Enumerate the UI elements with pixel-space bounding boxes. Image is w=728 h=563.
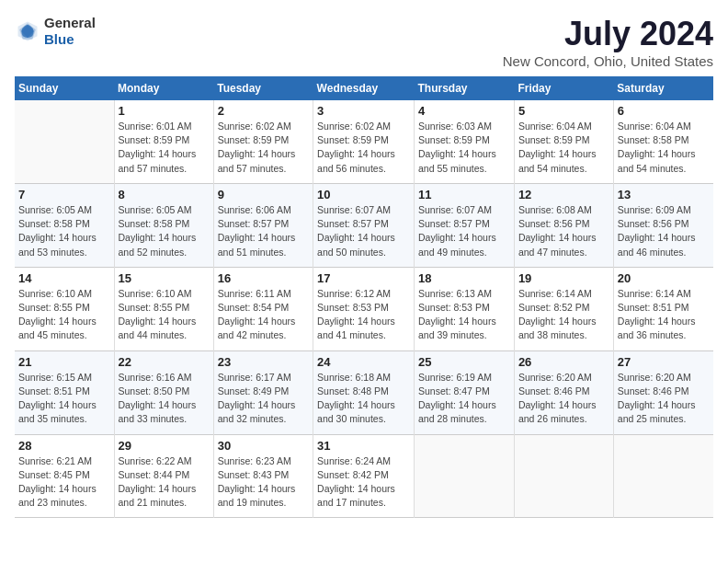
day-number: 1	[119, 104, 210, 118]
header-cell-tuesday: Tuesday	[213, 76, 313, 100]
cell-info: Sunrise: 6:05 AM Sunset: 8:58 PM Dayligh…	[18, 203, 110, 259]
header-cell-friday: Friday	[514, 76, 613, 100]
calendar-cell: 21Sunrise: 6:15 AM Sunset: 8:51 PM Dayli…	[15, 350, 114, 434]
calendar-cell: 23Sunrise: 6:17 AM Sunset: 8:49 PM Dayli…	[213, 350, 313, 434]
day-number: 26	[518, 355, 609, 369]
calendar-cell: 28Sunrise: 6:21 AM Sunset: 8:45 PM Dayli…	[15, 434, 114, 518]
week-row-1: 1Sunrise: 6:01 AM Sunset: 8:59 PM Daylig…	[15, 100, 713, 183]
cell-info: Sunrise: 6:14 AM Sunset: 8:52 PM Dayligh…	[518, 287, 609, 343]
calendar-cell: 22Sunrise: 6:16 AM Sunset: 8:50 PM Dayli…	[114, 350, 213, 434]
cell-info: Sunrise: 6:20 AM Sunset: 8:46 PM Dayligh…	[618, 371, 710, 427]
cell-info: Sunrise: 6:10 AM Sunset: 8:55 PM Dayligh…	[119, 287, 210, 343]
calendar-cell: 14Sunrise: 6:10 AM Sunset: 8:55 PM Dayli…	[15, 267, 114, 350]
cell-info: Sunrise: 6:09 AM Sunset: 8:56 PM Dayligh…	[618, 203, 710, 259]
cell-info: Sunrise: 6:22 AM Sunset: 8:44 PM Dayligh…	[119, 454, 210, 511]
calendar-cell: 2Sunrise: 6:02 AM Sunset: 8:59 PM Daylig…	[213, 100, 313, 183]
day-number: 5	[518, 104, 609, 118]
calendar-cell: 4Sunrise: 6:03 AM Sunset: 8:59 PM Daylig…	[415, 100, 515, 183]
day-number: 7	[18, 188, 110, 201]
day-number: 8	[119, 188, 210, 201]
cell-info: Sunrise: 6:20 AM Sunset: 8:46 PM Dayligh…	[518, 371, 609, 427]
cell-info: Sunrise: 6:08 AM Sunset: 8:56 PM Dayligh…	[518, 203, 609, 259]
day-number: 11	[418, 188, 510, 201]
week-row-4: 21Sunrise: 6:15 AM Sunset: 8:51 PM Dayli…	[15, 350, 713, 434]
day-number: 24	[317, 355, 410, 369]
calendar-cell: 1Sunrise: 6:01 AM Sunset: 8:59 PM Daylig…	[114, 100, 213, 183]
cell-info: Sunrise: 6:21 AM Sunset: 8:45 PM Dayligh…	[18, 454, 110, 511]
cell-info: Sunrise: 6:19 AM Sunset: 8:47 PM Dayligh…	[418, 371, 510, 427]
logo-icon	[15, 18, 40, 44]
calendar-cell: 18Sunrise: 6:13 AM Sunset: 8:53 PM Dayli…	[415, 267, 515, 350]
day-number: 25	[418, 355, 510, 369]
logo: General Blue	[15, 15, 96, 48]
day-number: 23	[218, 355, 309, 369]
header-cell-saturday: Saturday	[613, 76, 713, 100]
cell-info: Sunrise: 6:07 AM Sunset: 8:57 PM Dayligh…	[418, 203, 510, 259]
calendar-cell: 3Sunrise: 6:02 AM Sunset: 8:59 PM Daylig…	[313, 100, 415, 183]
calendar-cell: 8Sunrise: 6:05 AM Sunset: 8:58 PM Daylig…	[114, 183, 213, 267]
day-number: 6	[618, 104, 710, 118]
week-row-2: 7Sunrise: 6:05 AM Sunset: 8:58 PM Daylig…	[15, 183, 713, 267]
cell-info: Sunrise: 6:12 AM Sunset: 8:53 PM Dayligh…	[317, 287, 410, 343]
cell-info: Sunrise: 6:23 AM Sunset: 8:43 PM Dayligh…	[218, 454, 309, 511]
day-number: 21	[18, 355, 110, 369]
day-number: 18	[418, 271, 510, 285]
logo-blue: Blue	[44, 31, 74, 47]
logo-text: General Blue	[44, 15, 96, 48]
day-number: 31	[317, 439, 410, 453]
day-number: 14	[18, 271, 110, 285]
cell-info: Sunrise: 6:04 AM Sunset: 8:59 PM Dayligh…	[518, 120, 609, 176]
title-block: July 2024 New Concord, Ohio, United Stat…	[503, 15, 713, 69]
calendar-cell: 11Sunrise: 6:07 AM Sunset: 8:57 PM Dayli…	[415, 183, 515, 267]
day-number: 2	[218, 104, 309, 118]
page-header: General Blue July 2024 New Concord, Ohio…	[15, 15, 713, 69]
calendar-cell: 5Sunrise: 6:04 AM Sunset: 8:59 PM Daylig…	[514, 100, 613, 183]
calendar-cell	[415, 434, 515, 518]
cell-info: Sunrise: 6:07 AM Sunset: 8:57 PM Dayligh…	[317, 203, 410, 259]
calendar-body: 1Sunrise: 6:01 AM Sunset: 8:59 PM Daylig…	[15, 100, 713, 518]
calendar-cell	[514, 434, 613, 518]
cell-info: Sunrise: 6:05 AM Sunset: 8:58 PM Dayligh…	[119, 203, 210, 259]
calendar-cell: 30Sunrise: 6:23 AM Sunset: 8:43 PM Dayli…	[213, 434, 313, 518]
calendar-cell: 7Sunrise: 6:05 AM Sunset: 8:58 PM Daylig…	[15, 183, 114, 267]
header-row: SundayMondayTuesdayWednesdayThursdayFrid…	[15, 76, 713, 100]
calendar-cell: 16Sunrise: 6:11 AM Sunset: 8:54 PM Dayli…	[213, 267, 313, 350]
cell-info: Sunrise: 6:14 AM Sunset: 8:51 PM Dayligh…	[618, 287, 710, 343]
calendar-cell: 27Sunrise: 6:20 AM Sunset: 8:46 PM Dayli…	[613, 350, 713, 434]
calendar-cell: 15Sunrise: 6:10 AM Sunset: 8:55 PM Dayli…	[114, 267, 213, 350]
header-cell-monday: Monday	[114, 76, 213, 100]
day-number: 27	[618, 355, 710, 369]
day-number: 29	[119, 439, 210, 453]
cell-info: Sunrise: 6:15 AM Sunset: 8:51 PM Dayligh…	[18, 371, 110, 427]
calendar-cell: 6Sunrise: 6:04 AM Sunset: 8:58 PM Daylig…	[613, 100, 713, 183]
day-number: 15	[119, 271, 210, 285]
cell-info: Sunrise: 6:02 AM Sunset: 8:59 PM Dayligh…	[317, 120, 410, 176]
calendar-header: SundayMondayTuesdayWednesdayThursdayFrid…	[15, 76, 713, 100]
week-row-5: 28Sunrise: 6:21 AM Sunset: 8:45 PM Dayli…	[15, 434, 713, 518]
calendar-table: SundayMondayTuesdayWednesdayThursdayFrid…	[15, 76, 713, 518]
cell-info: Sunrise: 6:06 AM Sunset: 8:57 PM Dayligh…	[218, 203, 309, 259]
cell-info: Sunrise: 6:16 AM Sunset: 8:50 PM Dayligh…	[119, 371, 210, 427]
day-number: 28	[18, 439, 110, 453]
day-number: 20	[618, 271, 710, 285]
day-number: 30	[218, 439, 309, 453]
calendar-cell: 13Sunrise: 6:09 AM Sunset: 8:56 PM Dayli…	[613, 183, 713, 267]
main-title: July 2024	[503, 15, 713, 53]
cell-info: Sunrise: 6:04 AM Sunset: 8:58 PM Dayligh…	[618, 120, 710, 176]
day-number: 10	[317, 188, 410, 201]
cell-info: Sunrise: 6:10 AM Sunset: 8:55 PM Dayligh…	[18, 287, 110, 343]
cell-info: Sunrise: 6:01 AM Sunset: 8:59 PM Dayligh…	[119, 120, 210, 176]
day-number: 17	[317, 271, 410, 285]
header-cell-thursday: Thursday	[415, 76, 515, 100]
calendar-cell: 19Sunrise: 6:14 AM Sunset: 8:52 PM Dayli…	[514, 267, 613, 350]
cell-info: Sunrise: 6:11 AM Sunset: 8:54 PM Dayligh…	[218, 287, 309, 343]
cell-info: Sunrise: 6:03 AM Sunset: 8:59 PM Dayligh…	[418, 120, 510, 176]
calendar-cell	[15, 100, 114, 183]
subtitle: New Concord, Ohio, United States	[503, 53, 713, 69]
day-number: 16	[218, 271, 309, 285]
cell-info: Sunrise: 6:17 AM Sunset: 8:49 PM Dayligh…	[218, 371, 309, 427]
cell-info: Sunrise: 6:18 AM Sunset: 8:48 PM Dayligh…	[317, 371, 410, 427]
cell-info: Sunrise: 6:02 AM Sunset: 8:59 PM Dayligh…	[218, 120, 309, 176]
calendar-cell: 26Sunrise: 6:20 AM Sunset: 8:46 PM Dayli…	[514, 350, 613, 434]
week-row-3: 14Sunrise: 6:10 AM Sunset: 8:55 PM Dayli…	[15, 267, 713, 350]
